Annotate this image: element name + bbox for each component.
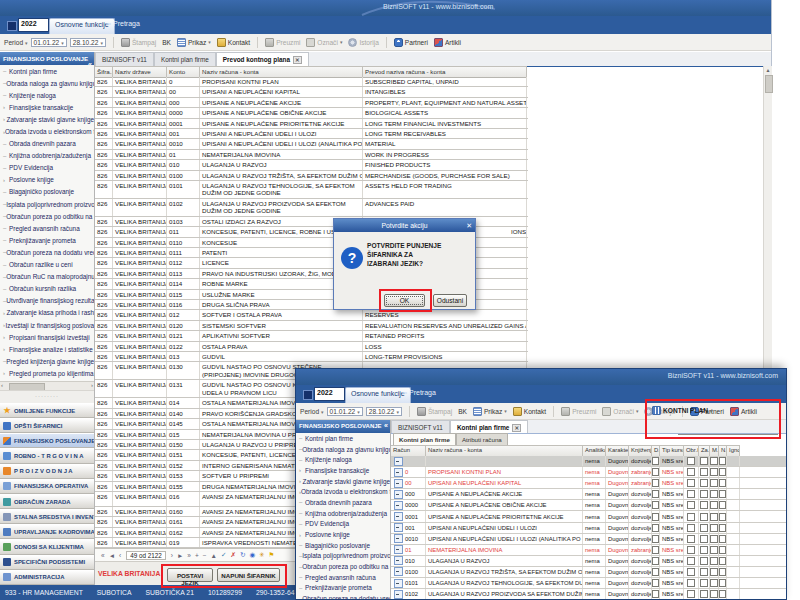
table-row[interactable]: 826VELIKA BRITANIJA0000UPISANE A NEUPLAĆ… [95, 108, 528, 118]
checkbox[interactable] [719, 457, 726, 465]
checkbox[interactable] [652, 457, 659, 465]
sidebar-item[interactable]: –Blagajničko poslovanje [296, 540, 390, 551]
sidebar-item[interactable]: ›Obrada izvoda u elektronskom f [296, 486, 390, 497]
accordion-item[interactable]: UPRAVLJANJE KADROVIMA [0, 524, 94, 539]
toolbar-button-contact[interactable]: Kontakt [513, 407, 546, 416]
table-row[interactable]: nemaDugovnidozvoljenoNBS srednji [391, 456, 787, 467]
checkbox[interactable] [719, 546, 726, 554]
sidebar-item[interactable]: –Obračun razlike u ceni [0, 259, 94, 271]
table-row[interactable]: 826VELIKA BRITANIJA0121APLIKATIVNI SOFTV… [95, 331, 528, 341]
checkbox[interactable] [719, 468, 726, 476]
checkbox[interactable] [700, 501, 708, 509]
sidebar-item[interactable]: –Obračun poreza na dodatu vred [0, 246, 94, 258]
tab-pretraga[interactable]: ∞Pretraga [106, 20, 140, 27]
date-to-field[interactable]: 28.10.22▾ [70, 38, 106, 47]
table-row[interactable]: 826VELIKA BRITANIJA0101ULAGANJA U RAZVOJ… [95, 181, 528, 199]
pager-prev2-icon[interactable]: ◄ [109, 552, 115, 559]
sidebar-item[interactable]: –Pregled avansnih računa [296, 572, 390, 583]
checkbox[interactable] [687, 457, 695, 465]
checkbox[interactable] [700, 468, 708, 476]
checkbox[interactable] [700, 513, 708, 521]
sidebar-item[interactable]: –Pregled knjiženja glavne knjige [0, 355, 94, 367]
checkbox[interactable] [652, 513, 659, 521]
sidebar-item[interactable]: ›Finansijske transakcije [296, 465, 390, 476]
checkbox[interactable] [652, 579, 659, 587]
pager-prev-icon[interactable]: ‹ [119, 552, 121, 559]
toolbar-button-contact[interactable]: Kontakt [217, 38, 250, 47]
checkbox[interactable] [700, 557, 708, 565]
table-row[interactable]: 01NEMATERIJALNA IMOVINAnemaDugovnizabran… [391, 545, 787, 556]
toolbar-button-view[interactable]: Prikaz▾ [473, 407, 507, 416]
expand-plus-icon[interactable] [394, 579, 403, 588]
table-row[interactable]: 00UPISANI A NEUPLAĆENI KAPITALnemaDugovn… [391, 478, 787, 489]
accordion-item[interactable]: ROBNO - T R G O V I N A [0, 448, 94, 463]
table-row[interactable]: 0100ULAGANJA U RAZVOJ TRŽIŠTA, SA EFEKTO… [391, 567, 787, 578]
checkbox[interactable] [687, 535, 695, 543]
checkbox[interactable] [687, 546, 695, 554]
sidebar-item[interactable]: ›Zatvaranje klasa prihoda i rash [0, 307, 94, 319]
expand-plus-icon[interactable] [394, 512, 403, 521]
period-label[interactable]: Period▾ [4, 39, 28, 46]
accordion-item[interactable]: ADMINISTRACIJA [0, 570, 94, 585]
sidebar-item[interactable]: ›Zatvaranje stavki glavne knjige [296, 476, 390, 487]
checkbox[interactable] [687, 490, 695, 498]
sidebar-item[interactable]: ›Izveštaji iz finansijskog poslova [0, 319, 94, 331]
sidebar-item[interactable]: –Preknjižavanje prometa [0, 234, 94, 246]
close-icon[interactable]: ✕ [293, 56, 302, 64]
checkbox[interactable] [710, 590, 718, 598]
checkbox[interactable] [710, 557, 718, 565]
sidebar-item[interactable]: –Knjiženje naloga [296, 454, 390, 465]
sidebar-item[interactable]: –Obračun RuC na maloprodajnu [0, 271, 94, 283]
checkbox[interactable] [719, 513, 726, 521]
checkbox[interactable] [652, 479, 659, 487]
accordion-item[interactable]: SPECIFIČNI PODSISTEMI [0, 555, 94, 570]
checkbox[interactable] [652, 535, 659, 543]
sidebar-item[interactable]: ›Finansijske transakcije [0, 101, 94, 113]
tab-osnovne-funkcije[interactable]: Osnovne funkcije [345, 387, 411, 404]
date-from-field[interactable]: 01.01.22▾ [31, 38, 67, 47]
sidebar-item[interactable]: –Obrada dnevnih pazara [296, 497, 390, 508]
checkbox[interactable] [710, 535, 718, 543]
sidebar-item[interactable]: –Isplata poljoprivrednom proizvo [0, 198, 94, 210]
sidebar-item[interactable]: –Isplata poljoprivrednom proizvo [296, 551, 390, 562]
pager-flag-icon[interactable]: ⚑ [269, 551, 275, 559]
sidebar-item[interactable]: ›Obrada izvoda u elektronskom f [0, 125, 94, 137]
pager-minus-icon[interactable]: − [203, 552, 207, 559]
table-row[interactable]: 0001UPISANE A NEUPLAĆENE PRIORITETNE AKC… [391, 511, 787, 522]
expand-plus-icon[interactable] [394, 534, 403, 543]
checkbox[interactable] [700, 457, 708, 465]
accordion-item[interactable]: FINANSIJSKA OPERATIVA [0, 479, 94, 494]
checkbox[interactable] [652, 568, 659, 576]
pager-cross-icon[interactable]: ✗ [230, 551, 235, 559]
year-selector[interactable]: 2022 [18, 18, 49, 32]
sidebar-item[interactable]: –Pregled avansnih računa [0, 222, 94, 234]
checkbox[interactable] [710, 513, 718, 521]
sidebar-item[interactable]: –Obrada dnevnih pazara [0, 138, 94, 150]
table-row[interactable]: 010ULAGANJA U RAZVOJnemaDugovnidozvoljen… [391, 556, 787, 567]
expand-plus-icon[interactable] [394, 501, 403, 510]
scrollbar-thumb[interactable] [765, 75, 773, 93]
checkbox[interactable] [652, 501, 659, 509]
pager-last-icon[interactable]: » [187, 552, 191, 559]
sidebar-item[interactable]: –Obračun poreza na dodatu vred [296, 593, 390, 600]
accordion-item[interactable]: ★OMILJENE FUNKCIJE [0, 403, 94, 418]
table-row[interactable]: 826VELIKA BRITANIJA001UPISANI A NEUPLAĆE… [95, 129, 528, 139]
sidebar-item[interactable]: –PDV Evidencija [296, 519, 390, 530]
table-row[interactable]: 0010UPISANI A NEUPLAĆENI UDELI I ULOZI (… [391, 534, 787, 545]
accordion-item[interactable]: OBRAČUN ZARADA [0, 494, 94, 509]
checkbox[interactable] [710, 501, 718, 509]
date-to-field[interactable]: 28.10.22▾ [366, 407, 402, 416]
tab-osnovne-funkcije[interactable]: Osnovne funkcije [49, 18, 115, 35]
checkbox[interactable] [652, 546, 659, 554]
checkbox[interactable] [710, 468, 718, 476]
pager-refresh-icon[interactable]: ↻ [240, 551, 245, 559]
table-row[interactable]: 0102ULAGANJA U RAZVOJ PROIZVODA SA EFEKT… [391, 589, 787, 600]
table-row[interactable]: 0000UPISANE A NEUPLAĆENE OBIČNE AKCIJEne… [391, 500, 787, 511]
pager-burst-icon[interactable]: ✳ [259, 551, 264, 559]
table-row[interactable]: 001UPISANI A NEUPLAĆENI UDELI I ULOZInem… [391, 523, 787, 534]
collapse-chevron-icon[interactable]: « [88, 61, 92, 65]
table-row[interactable]: 826VELIKA BRITANIJA0122OSTALA PRAVALOSS [95, 342, 528, 352]
sidebar-item[interactable]: –Blagajničko poslovanje [0, 186, 94, 198]
sidebar-item[interactable]: ›Poslovne knjige [0, 174, 94, 186]
pager-dot-icon[interactable]: ◉ [249, 551, 255, 559]
